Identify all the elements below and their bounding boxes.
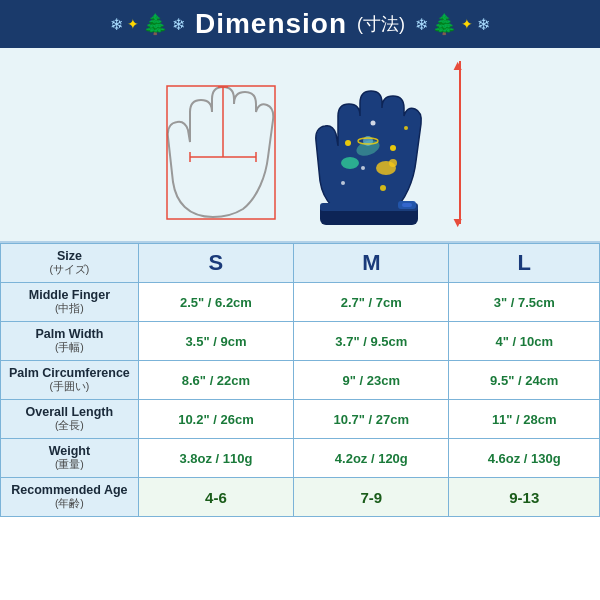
row-label-cell: Recommended Age(年齢) (1, 478, 139, 517)
cell-l: 9-13 (449, 478, 600, 517)
cell-m: 7-9 (294, 478, 449, 517)
row-label-cell: Palm Width(手幅) (1, 322, 139, 361)
svg-rect-22 (402, 203, 412, 207)
header-subtitle: (寸法) (357, 12, 405, 36)
col-m: M (294, 244, 449, 283)
table-row: Middle Finger(中指)2.5" / 6.2cm2.7" / 7cm3… (1, 283, 600, 322)
table-row: Weight(重量)3.8oz / 110g4.2oz / 120g4.6oz … (1, 439, 600, 478)
cell-s: 3.8oz / 110g (138, 439, 293, 478)
svg-point-10 (380, 185, 386, 191)
row-label-cell: Middle Finger(中指) (1, 283, 139, 322)
cell-s: 2.5" / 6.2cm (138, 283, 293, 322)
col-l: L (449, 244, 600, 283)
cell-m: 3.7" / 9.5cm (294, 322, 449, 361)
cell-m: 4.2oz / 120g (294, 439, 449, 478)
glove-image: ▲ ▼ (298, 53, 443, 237)
cell-m: 10.7" / 27cm (294, 400, 449, 439)
header: ❄ ✦ 🌲 ❄ Dimension (寸法) ❄ 🌲 ✦ ❄ (0, 0, 600, 48)
cell-l: 4" / 10cm (449, 322, 600, 361)
table-row: Palm Width(手幅)3.5" / 9cm3.7" / 9.5cm4" /… (1, 322, 600, 361)
header-title: Dimension (195, 8, 347, 40)
row-label-cell: Palm Circumference(手囲い) (1, 361, 139, 400)
decoration-left: ❄ ✦ 🌲 ❄ (110, 12, 185, 36)
svg-point-16 (389, 159, 397, 167)
table-row: Overall Length(全長)10.2" / 26cm10.7" / 27… (1, 400, 600, 439)
svg-point-9 (361, 166, 365, 170)
svg-point-8 (390, 145, 396, 151)
svg-point-7 (370, 120, 375, 125)
cell-l: 11" / 28cm (449, 400, 600, 439)
cell-s: 10.2" / 26cm (138, 400, 293, 439)
row-label-cell: Weight(重量) (1, 439, 139, 478)
cell-m: 9" / 23cm (294, 361, 449, 400)
svg-point-17 (341, 157, 359, 169)
svg-point-12 (404, 126, 408, 130)
cell-l: 3" / 7.5cm (449, 283, 600, 322)
hand-outline-svg (158, 57, 278, 232)
cell-l: 9.5" / 24cm (449, 361, 600, 400)
image-area: ▲ ▼ (0, 48, 600, 243)
cell-m: 2.7" / 7cm (294, 283, 449, 322)
svg-point-11 (341, 181, 345, 185)
table-row: Recommended Age(年齢)4-67-99-13 (1, 478, 600, 517)
col-s: S (138, 244, 293, 283)
size-label-cell: Size (サイズ) (1, 244, 139, 283)
cell-l: 4.6oz / 130g (449, 439, 600, 478)
cell-s: 3.5" / 9cm (138, 322, 293, 361)
cell-s: 8.6" / 22cm (138, 361, 293, 400)
size-header-row: Size (サイズ) S M L (1, 244, 600, 283)
decoration-right: ❄ 🌲 ✦ ❄ (415, 12, 490, 36)
table-row: Palm Circumference(手囲い)8.6" / 22cm9" / 2… (1, 361, 600, 400)
dimension-table: Size (サイズ) S M L Middle Finger(中指)2.5" /… (0, 243, 600, 517)
svg-point-6 (345, 140, 351, 146)
row-label-cell: Overall Length(全長) (1, 400, 139, 439)
cell-s: 4-6 (138, 478, 293, 517)
